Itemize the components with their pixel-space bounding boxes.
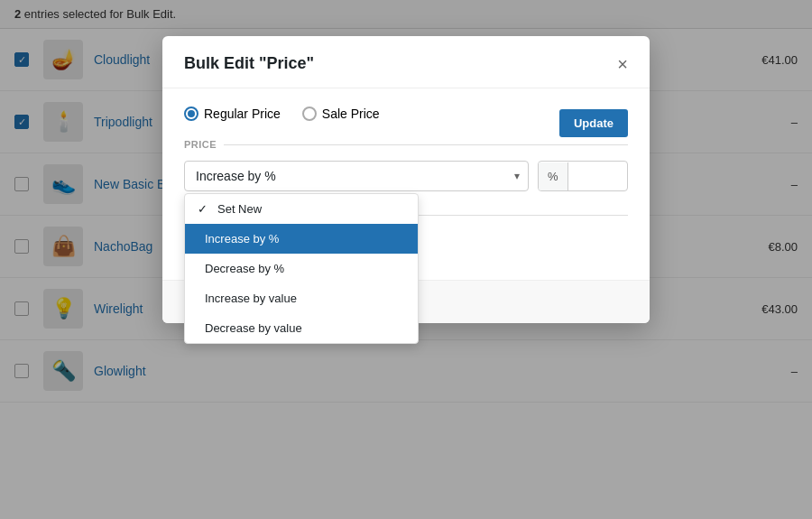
radio-circle-sale (302, 107, 317, 121)
price-operation-select[interactable]: Increase by % (184, 161, 529, 191)
modal-title: Bulk Edit "Price" (184, 54, 314, 73)
option-increase-by-pct-label: Increase by % (205, 232, 279, 246)
price-row: Increase by % ▾ ✓ Set New Increase by (184, 161, 628, 191)
option-decrease-by-value[interactable]: Decrease by value (185, 313, 418, 343)
radio-regular-price[interactable]: Regular Price (184, 107, 281, 121)
percent-prefix: % (539, 162, 568, 190)
percent-input-wrapper: % (538, 161, 628, 191)
modal-overlay: Bulk Edit "Price" × Regular Price Sale P… (0, 0, 812, 519)
price-operation-dropdown: ✓ Set New Increase by % Decrease by % (184, 193, 419, 344)
option-increase-by-pct[interactable]: Increase by % (185, 224, 418, 254)
option-decrease-by-value-label: Decrease by value (205, 321, 302, 335)
option-decrease-by-pct[interactable]: Decrease by % (185, 254, 418, 283)
radio-sale-price[interactable]: Sale Price (302, 107, 380, 121)
bulk-edit-modal: Bulk Edit "Price" × Regular Price Sale P… (162, 36, 650, 323)
option-set-new[interactable]: ✓ Set New (185, 194, 418, 224)
radio-regular-label: Regular Price (204, 107, 281, 121)
check-mark-icon: ✓ (198, 202, 210, 216)
price-section: PRICE Increase by % ▾ ✓ Set New (184, 139, 628, 191)
close-button[interactable]: × (617, 55, 628, 73)
radio-update-row: Regular Price Sale Price Update (184, 107, 628, 139)
price-type-radio-group: Regular Price Sale Price (184, 107, 380, 121)
option-set-new-label: Set New (217, 202, 262, 216)
modal-header: Bulk Edit "Price" × (162, 36, 650, 88)
radio-sale-label: Sale Price (322, 107, 380, 121)
update-button[interactable]: Update (559, 109, 628, 137)
price-operation-select-wrapper: Increase by % ▾ ✓ Set New Increase by (184, 161, 529, 191)
option-decrease-by-pct-label: Decrease by % (205, 262, 284, 275)
price-section-label: PRICE (184, 139, 628, 150)
radio-circle-regular (184, 107, 198, 121)
modal-body: Regular Price Sale Price Update PRICE In… (162, 88, 650, 280)
option-increase-by-value[interactable]: Increase by value (185, 283, 418, 313)
percent-input[interactable] (568, 162, 623, 190)
option-increase-by-value-label: Increase by value (205, 292, 297, 305)
